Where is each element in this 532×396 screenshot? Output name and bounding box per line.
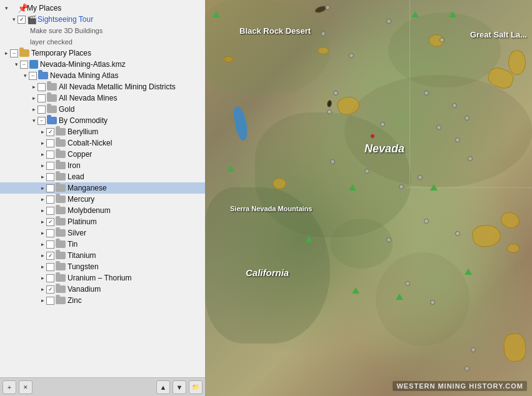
tree-item-manganese[interactable]: Manganese — [0, 182, 205, 194]
checkbox-uranium[interactable] — [46, 274, 54, 282]
tree-item-iron[interactable]: Iron — [0, 160, 205, 171]
delete-button[interactable]: ✕ — [19, 380, 33, 394]
atlas-label: Nevada Mining Atlas — [50, 71, 118, 80]
temporary-places-label: Temporary Places — [31, 49, 91, 57]
checkbox-silver[interactable] — [46, 229, 54, 237]
lead-label: Lead — [68, 172, 84, 181]
up-button[interactable]: ▲ — [156, 380, 170, 394]
checkbox-gold[interactable] — [38, 106, 46, 114]
arrow-sightseeing[interactable] — [10, 16, 18, 22]
folder-zinc — [56, 297, 66, 304]
arrow-titanium[interactable] — [39, 252, 46, 259]
marker-circle-6 — [333, 91, 338, 96]
tree-item-temporary-places[interactable]: Temporary Places — [0, 47, 205, 59]
checkbox-copper[interactable] — [46, 151, 54, 159]
checkbox-platinum[interactable] — [46, 218, 54, 226]
arrow-beryllium[interactable] — [39, 129, 46, 135]
arrow-metallic[interactable] — [30, 84, 38, 90]
arrow-copper[interactable] — [39, 151, 46, 157]
checkbox-beryllium[interactable] — [46, 128, 54, 136]
map-area[interactable]: Black Rock Desert Great Salt La... Nevad… — [205, 0, 532, 396]
tree-item-sightseeing[interactable]: 🎬 Sightseeing Tour — [0, 14, 205, 25]
tree-item-kmz[interactable]: Nevada-Mining-Atlas.kmz — [0, 59, 205, 70]
arrow-uranium[interactable] — [39, 275, 46, 281]
platinum-label: Platinum — [68, 217, 97, 226]
arrow-silver[interactable] — [39, 230, 46, 236]
tree-item-silver[interactable]: Silver — [0, 227, 205, 239]
marker-circle-22 — [405, 281, 410, 286]
tree-item-cobalt[interactable]: Cobalt-Nickel — [0, 137, 205, 149]
arrow-mercury[interactable] — [39, 196, 46, 202]
checkbox-tin[interactable] — [46, 240, 54, 249]
arrow-iron[interactable] — [39, 162, 46, 169]
arrow-temporary[interactable] — [3, 50, 10, 56]
mining-region-2 — [508, 50, 526, 75]
tree-item-beryllium[interactable]: Beryllium — [0, 126, 205, 137]
arrow-vanadium[interactable] — [39, 286, 46, 292]
checkbox-cobalt[interactable] — [46, 139, 54, 147]
arrow-commodity[interactable] — [30, 117, 38, 124]
checkbox-commodity[interactable] — [38, 117, 46, 125]
mining-region-11 — [224, 56, 233, 62]
tree-item-uranium[interactable]: Uranium – Thorium — [0, 272, 205, 284]
checkbox-zinc[interactable] — [46, 297, 54, 305]
tree-item-tungsten[interactable]: Tungsten — [0, 261, 205, 272]
checkbox-metallic[interactable] — [38, 83, 46, 91]
marker-triangle-8 — [352, 287, 359, 294]
tree-item-gold[interactable]: Gold — [0, 104, 205, 115]
checkbox-manganese[interactable] — [46, 184, 54, 192]
tree-item-nevada-atlas[interactable]: Nevada Mining Atlas — [0, 70, 205, 81]
sightseeing-label[interactable]: Sightseeing Tour — [38, 15, 93, 24]
tree-item-mines[interactable]: All Nevada Mines — [0, 92, 205, 104]
checkbox-sightseeing[interactable] — [18, 16, 26, 24]
checkbox-kmz[interactable] — [20, 61, 28, 69]
arrow-lead[interactable] — [39, 174, 46, 180]
arrow-zinc[interactable] — [39, 297, 46, 304]
mining-region-4 — [273, 178, 286, 189]
marker-circle-13 — [330, 159, 335, 164]
checkbox-mines[interactable] — [38, 94, 46, 102]
commodity-label: By Commodity — [59, 116, 108, 125]
tree-item-lead[interactable]: Lead — [0, 171, 205, 182]
checkbox-mercury[interactable] — [46, 196, 54, 204]
marker-circle-5 — [349, 53, 354, 58]
tree-item-titanium[interactable]: Titanium — [0, 250, 205, 261]
marker-circle-14 — [364, 169, 369, 174]
down-button[interactable]: ▼ — [173, 380, 186, 394]
tree-item-metallic[interactable]: All Nevada Metallic Mining Districts — [0, 81, 205, 92]
checkbox-temporary[interactable] — [10, 49, 18, 57]
arrow-tin[interactable] — [39, 241, 46, 247]
tree-item-vanadium[interactable]: Vanadium — [0, 284, 205, 295]
arrow-tungsten[interactable] — [39, 264, 46, 270]
arrow-kmz[interactable] — [13, 61, 20, 67]
arrow-platinum[interactable] — [39, 219, 46, 225]
checkbox-molybdenum[interactable] — [46, 207, 54, 215]
arrow-molybdenum[interactable] — [39, 207, 46, 214]
add-button[interactable]: + — [3, 380, 16, 394]
titanium-label: Titanium — [68, 251, 96, 260]
tree-item-tin[interactable]: Tin — [0, 239, 205, 250]
checkbox-tungsten[interactable] — [46, 263, 54, 271]
tree-item-by-commodity[interactable]: By Commodity — [0, 115, 205, 126]
arrow-my-places[interactable] — [3, 5, 10, 11]
marker-circle-17 — [455, 137, 460, 142]
checkbox-iron[interactable] — [46, 162, 54, 170]
checkbox-atlas[interactable] — [29, 72, 37, 80]
tree-item-molybdenum[interactable]: Molybdenum — [0, 205, 205, 216]
arrow-cobalt[interactable] — [39, 140, 46, 146]
arrow-atlas[interactable] — [21, 72, 29, 79]
checkbox-lead[interactable] — [46, 173, 54, 181]
tree-item-platinum[interactable]: Platinum — [0, 216, 205, 227]
arrow-gold[interactable] — [30, 106, 38, 112]
folder-button[interactable]: 📁 — [189, 380, 203, 394]
arrow-mines[interactable] — [30, 95, 38, 101]
tree-item-mercury[interactable]: Mercury — [0, 194, 205, 205]
checkbox-vanadium[interactable] — [46, 285, 54, 294]
tree-item-my-places[interactable]: 📌 My Places — [0, 2, 205, 14]
tree-item-copper[interactable]: Copper — [0, 149, 205, 160]
arrow-manganese[interactable] — [39, 185, 46, 191]
tour-icon: 🎬 — [27, 15, 36, 24]
checkbox-titanium[interactable] — [46, 252, 54, 260]
tree-item-zinc[interactable]: Zinc — [0, 295, 205, 306]
marker-triangle-4 — [227, 166, 234, 172]
